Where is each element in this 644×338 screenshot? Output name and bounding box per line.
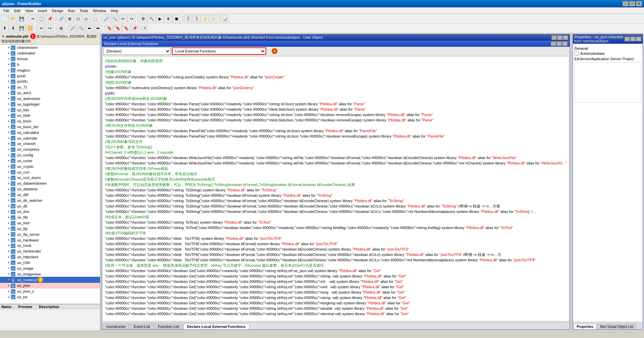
tb-btn22[interactable]: 📊 (221, 15, 229, 23)
tree-expand-icon[interactable]: + (7, 244, 11, 248)
tb2-close[interactable]: ✕ (142, 25, 148, 31)
tb2-btn3[interactable]: 💾 (17, 25, 26, 32)
props-max[interactable]: □ (630, 37, 636, 41)
tree-expand-icon[interactable]: + (7, 51, 11, 55)
tree-expand-icon[interactable]: + (7, 187, 11, 191)
code-win-minimize[interactable]: ─ (551, 35, 557, 40)
tb2-btn6[interactable]: ↪ (46, 25, 54, 32)
declare-min[interactable]: ─ (551, 41, 556, 46)
tb-btn5[interactable]: ⊞ (66, 15, 74, 23)
tree-item[interactable]: +Umsgbox (0, 67, 100, 73)
tree-expand-icon[interactable]: + (7, 153, 11, 157)
tb-btn20[interactable]: ⚡ (201, 15, 209, 23)
menu-file[interactable]: File (1, 8, 11, 13)
tree-expand-icon[interactable]: + (7, 91, 11, 95)
minimize-btn[interactable]: ─ (622, 1, 629, 6)
tree-expand-icon[interactable]: + (7, 148, 11, 151)
tree-item[interactable]: +Uuo_blob (0, 113, 100, 118)
tree-item[interactable]: +Uuo_image (0, 265, 100, 271)
tree-expand-icon[interactable]: + (7, 142, 11, 146)
code-win-maximize[interactable]: □ (557, 35, 563, 40)
tree-item[interactable]: +Uuo_7z (0, 84, 100, 90)
tb2-btn8[interactable]: 🔎 (69, 25, 77, 32)
tb-btn7[interactable]: ▷ (82, 15, 91, 23)
tree-expand-icon[interactable]: + (7, 57, 11, 61)
tb-btn11[interactable]: ↩ (119, 15, 127, 23)
tb-btn19[interactable]: 🏃 (192, 15, 201, 23)
tree-expand-icon[interactable]: + (7, 261, 11, 264)
tree-item[interactable]: +Uuo_dir_watcher (0, 197, 100, 203)
tb-open[interactable]: 📂 (9, 15, 17, 23)
menu-window[interactable]: Window (91, 8, 108, 13)
tb2-btn10[interactable]: ⬅ (85, 25, 94, 32)
code-tab[interactable]: \constructor (103, 324, 129, 329)
tree-expand-icon[interactable]: + (7, 182, 11, 185)
tb-btn21[interactable]: ⚡ (209, 15, 217, 23)
tree-expand-icon[interactable]: + (7, 97, 11, 100)
menu-insert[interactable]: Insert (36, 8, 49, 13)
tree-item[interactable]: +Uuo_txt (0, 294, 100, 300)
tb2-btn2[interactable]: ⬇ (9, 25, 17, 32)
tree-expand-icon[interactable]: + (7, 232, 11, 236)
easerver-list[interactable] (574, 62, 641, 103)
tb2-btn1[interactable]: ⬆ (1, 25, 9, 32)
tree-item[interactable]: +Uprintfn (0, 79, 100, 84)
tb-save[interactable]: 💾 (17, 15, 26, 23)
tree-item[interactable]: +Uuo_charset (0, 141, 100, 147)
tree-item[interactable]: +Uuo_cover (0, 158, 100, 164)
props-min[interactable]: ─ (624, 37, 630, 41)
tb-new[interactable]: 📄 (1, 15, 9, 23)
right-tab[interactable]: Properties (574, 324, 596, 329)
tb2-btn13[interactable]: 🔖 (114, 25, 122, 32)
close-btn[interactable]: ✕ (636, 1, 642, 6)
tb2-btn14[interactable]: 🔖 (122, 25, 130, 32)
tree-item[interactable]: +Uuo_json (0, 283, 100, 289)
tree-expand-icon[interactable]: + (7, 63, 11, 66)
tree-item[interactable]: +Uuo_curl (0, 169, 100, 175)
tree-expand-icon[interactable]: + (7, 255, 11, 259)
tree-item[interactable]: +Uuo_json_s (0, 289, 100, 294)
tb2-btn5[interactable]: ↩ (37, 25, 45, 32)
tree-expand-icon[interactable]: + (7, 278, 11, 281)
tb-inherit[interactable]: 🔗 (57, 15, 65, 23)
tb2-btn15[interactable]: 📌 (131, 25, 139, 32)
declare-dropdown-2[interactable]: Local External Functions (172, 47, 266, 55)
tree-expand-icon[interactable]: + (7, 114, 11, 117)
autointantiate-checkbox[interactable] (574, 51, 579, 55)
declare-close[interactable]: ✕ (562, 41, 568, 46)
tree-expand-icon[interactable]: + (7, 102, 11, 106)
declare-dropdown-1[interactable]: {Declare} (103, 47, 171, 55)
tree-item[interactable]: +Uuo_htmlrender (0, 249, 100, 254)
tb-btn6[interactable]: ◻ (74, 15, 82, 23)
menu-edit[interactable]: Edit (12, 8, 23, 13)
tree-expand-icon[interactable]: + (7, 284, 11, 288)
tb-btn10[interactable]: 🔍 (111, 15, 119, 23)
tree-expand-icon[interactable]: + (7, 136, 11, 140)
tree-expand-icon[interactable]: + (7, 68, 11, 72)
tb-copy[interactable]: 📋 (37, 15, 45, 23)
menu-run[interactable]: Run (66, 8, 77, 13)
tree-expand-icon[interactable]: + (7, 159, 11, 162)
tb-btn9[interactable]: 🔎 (102, 15, 110, 23)
tb-btn17[interactable]: ⏹ (173, 15, 181, 23)
tree-item[interactable]: +Uuo_httpclient (0, 254, 100, 260)
tree-item[interactable]: +Uprintf (0, 73, 100, 79)
tree-item[interactable]: +Uuo_dll (0, 203, 100, 209)
tree-item[interactable]: +Uuo_i18n (0, 260, 100, 265)
tree-item[interactable]: +Uuo_autoresize (0, 96, 100, 101)
maximize-btn[interactable]: □ (629, 1, 635, 6)
tree-item[interactable]: +Uuo_hardware (0, 237, 100, 243)
tree-expand-icon[interactable]: + (7, 295, 11, 299)
tb-btn13[interactable]: ⚙ (139, 15, 147, 23)
tree-expand-icon[interactable]: + (7, 290, 11, 293)
tb-cut[interactable]: ✂ (29, 15, 37, 23)
tree-expand-icon[interactable]: + (7, 170, 11, 174)
tree-expand-icon[interactable]: + (7, 198, 11, 202)
tree-item[interactable]: +Uuo_dbf (0, 192, 100, 198)
tree-expand-icon[interactable]: + (7, 130, 11, 134)
tree-expand-icon[interactable]: + (7, 266, 11, 270)
declare-max[interactable]: □ (557, 41, 562, 46)
tree-item[interactable]: +Uuo_calendar (0, 135, 100, 141)
tb2-btn12[interactable]: 🔖 (105, 25, 113, 32)
tb-paste[interactable]: 📌 (46, 15, 54, 23)
